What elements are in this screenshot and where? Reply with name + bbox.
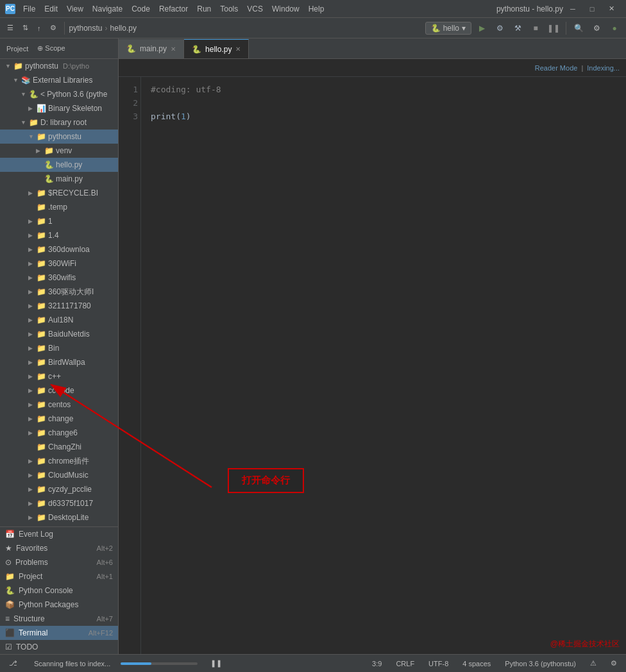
tree-item-d-library[interactable]: ▼ 📁 D: library root [0, 115, 118, 130]
tool-python-console[interactable]: 🐍 Python Console [0, 584, 118, 598]
tree-item-pythonstu-root[interactable]: ▼ 📁 pythonstu D:\pytho [0, 59, 118, 73]
minimize-button[interactable]: ─ [563, 0, 582, 18]
debug-button[interactable]: ⚙ [492, 21, 507, 36]
gear-button[interactable]: ⚙ [589, 21, 604, 36]
folder-icon: 📁 [37, 217, 46, 226]
project-view-button[interactable]: ☰ [4, 22, 17, 33]
status-settings[interactable]: ⚙ [607, 658, 621, 669]
tree-label-pythonstu: pythonstu [25, 62, 58, 71]
status-line-col[interactable]: 3:9 [368, 659, 385, 669]
tree-item-360drive[interactable]: ▶ 📁 360驱动大师I [0, 285, 118, 299]
pause-run-button[interactable]: ❚❚ [546, 21, 561, 36]
close-button[interactable]: ✕ [602, 0, 621, 18]
tool-favorites[interactable]: ★ Favorites Alt+2 [0, 541, 118, 555]
build-button[interactable]: ⚒ [510, 21, 525, 36]
run-button[interactable]: ▶ [474, 21, 489, 36]
tool-terminal[interactable]: ⬛ Terminal Alt+F12 [0, 626, 118, 640]
tab-close-hello[interactable]: ✕ [235, 46, 241, 53]
status-pause[interactable]: ❚❚ [207, 658, 226, 669]
tree-item-temp[interactable]: 📁 .temp [0, 200, 118, 214]
code-line-2 [151, 97, 616, 110]
menu-edit[interactable]: Edit [40, 3, 62, 15]
tree-item-hello-py[interactable]: 🐍 hello.py [0, 158, 118, 172]
power-button[interactable]: ● [607, 21, 622, 36]
tool-project[interactable]: 📁 Project Alt+1 [0, 569, 118, 584]
app-icon: PC [5, 4, 15, 14]
tree-item-360wifi[interactable]: ▶ 📁 360WiFi [0, 256, 118, 271]
tree-item-aul18n[interactable]: ▶ 📁 Aul18N [0, 313, 118, 327]
tree-item-d63375[interactable]: ▶ 📁 d63375f1017 [0, 496, 118, 510]
run-config-dropdown[interactable]: 🐍 hello ▾ [425, 22, 471, 35]
tree-item-cccode[interactable]: ▶ 📁 ccCode [0, 383, 118, 398]
tree-item-cyzdy[interactable]: ▶ 📁 cyzdy_pcclie [0, 482, 118, 496]
tool-structure[interactable]: ≡ Structure Alt+7 [0, 612, 118, 626]
code-comment: #coding: utf-8 [151, 85, 221, 94]
breadcrumb-file[interactable]: hello.py [110, 24, 137, 33]
tree-item-baidu[interactable]: ▶ 📁 BaiduNetdis [0, 327, 118, 341]
tree-item-360download[interactable]: ▶ 📁 360downloa [0, 242, 118, 256]
status-python-version[interactable]: Python 3.6 (pythonstu) [501, 659, 580, 669]
status-indent[interactable]: 4 spaces [459, 659, 495, 669]
menu-refactor[interactable]: Refactor [155, 3, 192, 15]
tree-item-centos[interactable]: ▶ 📁 centos [0, 398, 118, 412]
menu-tools[interactable]: Tools [216, 3, 242, 15]
collapse-button[interactable]: ↑ [34, 23, 44, 33]
tree-item-pythonstu[interactable]: ▼ 📁 pythonstu [0, 130, 118, 144]
tree-item-main-py[interactable]: 🐍 main.py [0, 172, 118, 186]
sidebar-tab-scope[interactable]: ⊕ Scope [33, 43, 69, 54]
menu-file[interactable]: File [19, 3, 39, 15]
maximize-button[interactable]: □ [582, 0, 602, 18]
menu-vcs[interactable]: VCS [243, 3, 267, 15]
tool-todo[interactable]: ☑ TODO [0, 640, 118, 654]
status-line-ending[interactable]: CRLF [392, 659, 418, 669]
tree-item-cpp[interactable]: ▶ 📁 c++ [0, 369, 118, 383]
tree-item-venv[interactable]: ▶ 📁 venv [0, 144, 118, 158]
menu-code[interactable]: Code [128, 3, 154, 15]
settings-button[interactable]: ⚙ [47, 22, 60, 33]
tree-item-changzhi[interactable]: 📁 ChangZhi [0, 440, 118, 454]
sidebar-tab-project[interactable]: Project [3, 44, 32, 54]
code-content[interactable]: #coding: utf-8 print(1) [141, 77, 626, 654]
tree-item-python36[interactable]: ▼ 🐍 < Python 3.6 (pythe [0, 87, 118, 101]
tree-item-3211171780[interactable]: ▶ 📁 3211171780 [0, 299, 118, 313]
chevron-icon: ▶ [28, 430, 35, 436]
breadcrumb-sep: › [105, 24, 108, 33]
menu-help[interactable]: Help [305, 3, 328, 15]
sync-button[interactable]: ⇅ [19, 22, 31, 33]
breadcrumb-project[interactable]: pythonstu [69, 24, 103, 33]
chevron-icon: ▶ [28, 359, 35, 365]
menu-run[interactable]: Run [193, 3, 215, 15]
stop-button[interactable]: ■ [528, 21, 543, 36]
menu-window[interactable]: Window [268, 3, 303, 15]
tree-item-recycle[interactable]: ▶ 📁 $RECYCLE.BI [0, 186, 118, 200]
tree-item-birdwallpaper[interactable]: ▶ 📁 BirdWallpa [0, 355, 118, 369]
tree-item-1-4[interactable]: ▶ 📁 1.4 [0, 228, 118, 242]
tree-item-1[interactable]: ▶ 📁 1 [0, 214, 118, 228]
tree-item-chrome[interactable]: ▶ 📁 chrome插件 [0, 454, 118, 468]
tree-item-desktoplite[interactable]: ▶ 📁 DesktopLite [0, 510, 118, 525]
code-area[interactable]: 1 2 3 #coding: utf-8 print(1) [119, 77, 626, 654]
tool-problems[interactable]: ⊙ Problems Alt+6 [0, 555, 118, 569]
tool-python-packages[interactable]: 📦 Python Packages [0, 598, 118, 612]
menu-view[interactable]: View [63, 3, 87, 15]
file-tree[interactable]: ▼ 📁 pythonstu D:\pytho ▼ 📚 External Libr… [0, 59, 118, 526]
tree-item-external-libraries[interactable]: ▼ 📚 External Libraries [0, 73, 118, 87]
reader-mode-button[interactable]: Reader Mode [535, 64, 578, 72]
status-encoding[interactable]: UTF-8 [425, 659, 452, 669]
tree-item-cloudmusic[interactable]: ▶ 📁 CloudMusic [0, 468, 118, 482]
tree-item-change6[interactable]: ▶ 📁 change6 [0, 426, 118, 440]
tree-item-binary-skeleton[interactable]: ▶ 📊 Binary Skeleton [0, 101, 118, 115]
indexing-label: Indexing... [587, 64, 620, 72]
tab-hello-py[interactable]: 🐍 hello.py ✕ [184, 39, 249, 58]
tab-close-main[interactable]: ✕ [171, 46, 176, 53]
status-scanning[interactable]: Scanning files to index... [30, 659, 114, 669]
tree-item-360wifis[interactable]: ▶ 📁 360wifis [0, 271, 118, 285]
tab-main-py[interactable]: 🐍 main.py ✕ [119, 39, 184, 58]
tree-item-change[interactable]: ▶ 📁 change [0, 412, 118, 426]
tree-item-bin[interactable]: ▶ 📁 Bin [0, 341, 118, 355]
status-warnings[interactable]: ⚠ [586, 658, 600, 669]
tool-event-log[interactable]: 📅 Event Log [0, 527, 118, 541]
status-git[interactable]: ⎇ [5, 658, 24, 669]
search-button[interactable]: 🔍 [571, 21, 586, 36]
menu-navigate[interactable]: Navigate [89, 3, 126, 15]
